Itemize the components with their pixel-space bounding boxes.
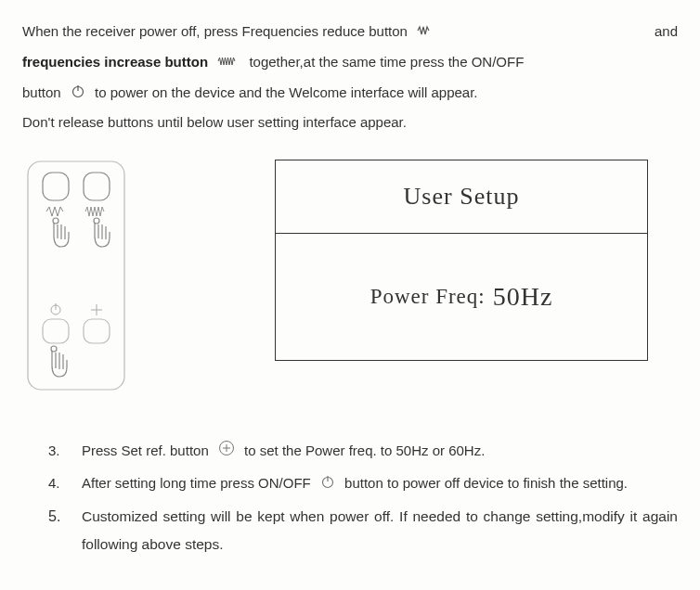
svg-rect-4 [84, 173, 110, 200]
user-setup-screen: User Setup Power Freq: 50Hz [275, 160, 648, 361]
step-text: to set the Power freq. to 50Hz or 60Hz. [244, 442, 485, 458]
intro-text: together,at the same time press the ON/O… [249, 54, 524, 70]
diagram-row: User Setup Power Freq: 50Hz [26, 160, 678, 391]
steps-list: 3. Press Set ref. button to set the Powe… [22, 438, 678, 558]
freq-reduce-icon [417, 18, 435, 47]
step-4: 4. After setting long time press ON/OFF … [48, 470, 678, 497]
step-number: 4. [48, 470, 65, 497]
intro-text: and [655, 17, 678, 47]
svg-point-8 [53, 218, 58, 224]
svg-rect-2 [28, 161, 124, 390]
intro-text-bold: frequencies increase button [22, 54, 212, 70]
power-icon [320, 471, 335, 498]
svg-rect-13 [43, 319, 69, 343]
svg-rect-14 [84, 319, 110, 343]
intro-text: button [22, 84, 65, 100]
svg-point-22 [51, 346, 57, 352]
screen-label: Power Freq: [370, 285, 486, 309]
power-icon [71, 79, 85, 109]
screen-title: User Setup [404, 183, 520, 211]
device-diagram [26, 160, 126, 391]
step-number: 5. [48, 503, 65, 531]
svg-point-12 [94, 218, 99, 224]
svg-rect-3 [43, 173, 69, 200]
step-text: Customized setting will be kept when pow… [82, 503, 678, 558]
step-text: button to power off device to finish the… [344, 475, 628, 491]
intro-text: Don't release buttons until below user s… [22, 108, 678, 137]
intro-text: to power on the device and the Welcome i… [95, 84, 477, 100]
step-5: 5. Customized setting will be kept when … [48, 503, 678, 558]
step-number: 3. [48, 438, 65, 465]
freq-increase-icon [217, 48, 240, 78]
step-3: 3. Press Set ref. button to set the Powe… [48, 438, 678, 465]
set-ref-plus-icon [218, 439, 235, 466]
step-text: Press Set ref. button [82, 442, 213, 458]
screen-value: 50Hz [493, 282, 553, 312]
intro-text: When the receiver power off, press Frequ… [22, 23, 411, 39]
step-text: After setting long time press ON/OFF [82, 475, 315, 491]
intro-paragraph: When the receiver power off, press Frequ… [22, 17, 678, 137]
